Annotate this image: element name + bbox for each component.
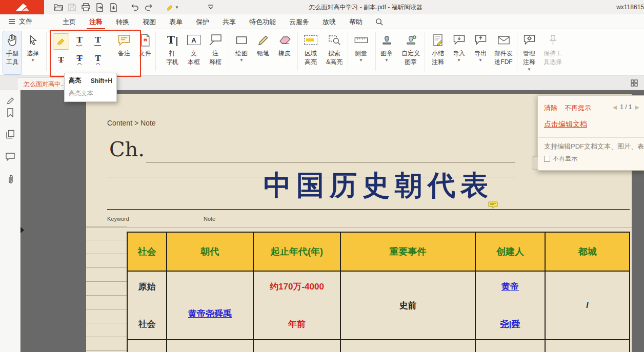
clear-button[interactable]: 清除 [544,103,557,113]
society-line2: 社会 [138,318,156,330]
page-layout-button[interactable] [631,79,638,89]
dont-remind-button[interactable]: 不再提示 [565,103,591,113]
tab-share[interactable]: 共享 [216,14,243,29]
redo-button[interactable] [142,1,155,13]
import-icon [453,31,466,49]
menu-item-highlight[interactable]: 高亮 Shift+H [65,73,116,88]
summarize-comments-button[interactable]: 小结 注释 [427,31,449,74]
measure-label: 测量 [355,49,367,58]
tab-cloud[interactable]: 云服务 [283,14,316,29]
table-row [127,340,630,352]
callout-button[interactable]: 注 释框 [205,31,226,74]
manage-comments-button[interactable]: 管理 注释 ▼ [518,31,540,74]
stamp-label: 图章 [380,49,393,58]
manage-comments-label: 管理 注释 [523,49,535,67]
next-page-icon[interactable]: ▶ [635,104,639,111]
typewriter-button[interactable]: T 打 字机 [162,31,183,74]
annotate-panel-button[interactable] [5,95,15,106]
select-tool-button[interactable]: 选择 ▼ [23,31,43,74]
window-title: 怎么面对高中学习 - 副本.pdf - 福昕阅读器 [220,3,511,12]
open-file-button[interactable] [51,1,65,13]
underline-text-button[interactable]: T [90,34,106,49]
textbox-icon: A [187,31,200,49]
founder-link-1[interactable]: 黄帝 [501,281,519,293]
export-comments-button[interactable]: 导出 ▼ [471,31,490,74]
search-highlight-button[interactable]: 搜索 &高亮 [322,31,347,74]
undo-button[interactable] [128,1,142,13]
tab-home[interactable]: 主页 [56,14,83,29]
highlighter-icon [166,3,174,12]
cell-capital: / [545,271,630,340]
insert-text-button[interactable]: T [90,52,106,68]
note-annotation-icon[interactable] [488,201,498,211]
textbox-button[interactable]: A 文 本框 [183,31,205,74]
print-button[interactable] [79,1,93,13]
export-page-button[interactable] [93,1,107,13]
tab-protect[interactable]: 保护 [189,14,216,29]
cell-dynasty: 黄帝尧舜禹 [167,271,253,340]
quick-tool-button[interactable]: ▼ [163,1,182,13]
replace-text-button[interactable]: T [72,52,87,68]
hand-tool-button[interactable]: 手型 工具 [3,31,22,74]
measure-button[interactable]: 测量 ▼ [350,31,372,74]
rectangle-icon [235,31,248,49]
search-highlight-icon [328,31,341,49]
import-page-button[interactable] [107,1,120,13]
bookmarks-panel-button[interactable] [5,108,15,118]
header-events: 重要事件 [340,232,475,271]
edit-document-link[interactable]: 点击编辑文档 [544,120,587,129]
envelope-icon [497,31,510,49]
pencil-icon [257,31,269,49]
pencil-label: 铅笔 [257,49,269,58]
tab-convert[interactable]: 转换 [109,14,136,29]
tab-form[interactable]: 表单 [163,14,189,29]
tab-slideshow[interactable]: 放映 [316,14,343,29]
squiggly-underline-button[interactable]: T [72,34,87,49]
dont-show-option[interactable]: 不再显示 [544,154,577,163]
stamp-button[interactable]: 图章 ▼ [376,31,397,74]
account-name[interactable]: wx118615 [616,4,644,11]
typewriter-label: 打 字机 [166,49,178,67]
callout-icon [209,31,222,49]
document-title: 中国历史朝代表 [214,167,542,204]
drawing-button[interactable]: 绘图 ▼ [231,31,252,74]
comments-panel-button[interactable] [5,152,15,162]
prev-page-icon[interactable]: ◀ [613,104,617,111]
notebook-ruling [86,213,127,352]
dont-show-checkbox[interactable] [544,156,550,162]
ruler-icon [354,31,368,49]
chevron-down-icon: ▼ [175,5,179,10]
dont-show-label: 不再显示 [553,154,577,163]
menu-item-highlight-text[interactable]: 高亮文本 [65,88,116,101]
pages-panel-button[interactable] [5,129,15,139]
highlight-tool-button[interactable] [53,34,69,49]
foxit-logo[interactable] [0,0,44,14]
area-highlight-button[interactable]: 区域 高亮 [299,31,322,74]
sidebar-expand-arrow[interactable] [21,227,24,233]
collapse-ribbon-icon [208,5,214,10]
tab-features[interactable]: 特色功能 [243,14,283,29]
custom-stamp-button[interactable]: 自定义 图章 [398,31,424,74]
hamburger-icon [8,18,15,25]
search-button[interactable] [375,18,383,26]
popup-side-tab[interactable] [532,156,538,170]
dynasty-link[interactable]: 黄帝尧舜禹 [188,309,232,319]
email-fdf-button[interactable]: 邮件发 送FDF [491,31,516,74]
ribbon-collapse-button[interactable] [204,1,217,13]
save-button[interactable] [65,1,79,13]
import-comments-button[interactable]: 导入 ▼ [449,31,469,74]
tab-view[interactable]: 视图 [136,14,163,29]
file-attachment-button[interactable]: 文件 [134,31,156,74]
eraser-button[interactable]: 橡皮 [274,31,295,74]
chevron-down-icon: ▼ [478,58,482,63]
strikethrough-text-button[interactable]: T [53,52,69,68]
cell-period: 约170万-4000 年前 [253,271,340,340]
attachments-panel-button[interactable] [5,174,15,184]
tab-help[interactable]: 帮助 [343,14,369,29]
pushpin-icon [549,31,557,49]
founder-link-2[interactable]: 尧|舜 [500,318,520,330]
tab-comment[interactable]: 注释 [83,14,109,29]
sticky-note-button[interactable]: 备注 [113,31,135,74]
file-menu-button[interactable]: 文件 [0,14,42,29]
pencil-button[interactable]: 铅笔 [252,31,274,74]
